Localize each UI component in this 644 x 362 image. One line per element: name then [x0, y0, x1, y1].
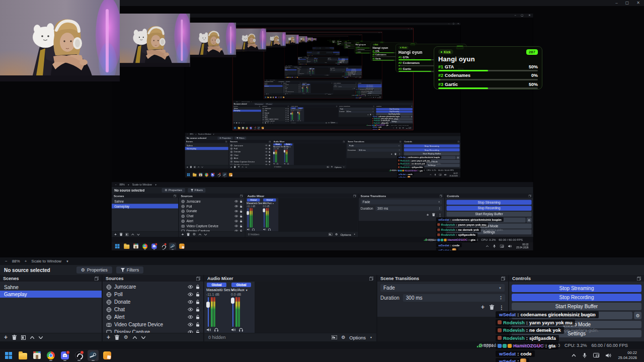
chat-text: sjdfgasdkfa [529, 335, 556, 341]
signal-bars-icon [389, 169, 391, 171]
speaker-icon[interactable] [207, 328, 211, 332]
remove-scene-button[interactable] [12, 335, 17, 340]
source-list-item[interactable]: Chat [103, 306, 203, 313]
zoom-in-button[interactable]: + [25, 259, 27, 263]
channel-name[interactable]: Mic/Aux [231, 288, 245, 292]
lock-icon [269, 157, 270, 159]
obs-taskbar-button[interactable] [73, 350, 85, 361]
visibility-eye-icon[interactable] [188, 323, 193, 326]
transition-select[interactable]: Fade▼ [380, 284, 505, 292]
add-transition-button[interactable]: + [481, 304, 485, 310]
store-icon [133, 244, 138, 248]
volume-knob[interactable] [231, 298, 234, 304]
duration-input[interactable]: 300 ms ▲▼ [403, 294, 505, 302]
scene-filters-button[interactable] [21, 335, 26, 340]
lock-icon[interactable] [196, 300, 200, 304]
scale-mode-select[interactable]: Scale to Window [31, 259, 61, 263]
mixer-options-button[interactable]: Options [349, 335, 366, 340]
speaker-icon[interactable] [231, 328, 235, 332]
platform-label: Kick [375, 44, 378, 45]
stop-streaming-button[interactable]: Stop Streaming [512, 285, 641, 292]
poll-progress-fill [438, 79, 440, 80]
channel-name[interactable]: Masaüstü Ses [206, 288, 230, 292]
chat-text: yarın yayın yok mu [458, 223, 486, 226]
browser-source-icon [230, 147, 233, 149]
chat-message: wSedat : [372, 129, 381, 130]
chat-overlay: wSedat : codenames giricekmisiniz bugün … [355, 89, 382, 98]
source-list-item[interactable]: Poll [103, 291, 203, 298]
scene-list-item[interactable]: Sahne [0, 284, 102, 291]
move-source-up-button[interactable] [133, 336, 137, 339]
visibility-eye-icon[interactable] [188, 300, 193, 304]
gear-icon[interactable]: ⚙ [341, 335, 345, 340]
lock-icon[interactable] [196, 322, 200, 327]
chat-username: Rodevish [400, 159, 410, 162]
visibility-eye-icon[interactable] [188, 315, 193, 319]
visibility-eye-icon[interactable] [188, 285, 193, 289]
start-button[interactable] [3, 350, 14, 361]
file-explorer-button[interactable] [17, 350, 28, 361]
source-list-item[interactable]: Donate [103, 298, 203, 306]
source-list-item[interactable]: Video Capture Device [103, 321, 203, 328]
popout-icon[interactable] [369, 277, 373, 281]
chevron-down-icon: ▼ [332, 94, 333, 94]
move-scene-down-button[interactable] [39, 336, 43, 339]
chrome-button[interactable] [45, 350, 56, 361]
headphones-icon[interactable] [239, 328, 243, 332]
discord-button[interactable] [59, 350, 70, 361]
microsoft-store-button[interactable] [31, 350, 42, 361]
steam-button[interactable] [88, 350, 99, 361]
advanced-audio-icon[interactable] [332, 335, 337, 339]
close-button[interactable]: ✕ [636, 1, 640, 5]
add-scene-button[interactable]: + [4, 334, 8, 340]
visibility-eye-icon [285, 115, 287, 116]
volume-meter [275, 150, 277, 162]
start-replay-buffer-button[interactable]: Start Replay Buffer [512, 303, 641, 310]
source-properties-button[interactable]: ⚙ [124, 335, 128, 340]
visibility-eye-icon[interactable] [188, 308, 193, 311]
lock-icon[interactable] [196, 315, 200, 319]
mixer-channel-mic-aux: Global Mic/Aux▼ 0.0 dB [306, 84, 310, 93]
minimize-button[interactable]: – [615, 1, 617, 5]
move-scene-up-button[interactable] [30, 336, 34, 339]
poll-option-percent: 0% [531, 73, 538, 78]
zoom-out-button[interactable]: − [5, 259, 8, 263]
add-source-button[interactable]: + [107, 334, 110, 340]
chat-badges [498, 344, 512, 348]
notes-app-button[interactable] [102, 350, 113, 361]
audio-mixer-panel: Audio Mixer Global Masaüstü Ses▼ -11.1 d… [272, 140, 346, 169]
volume-knob[interactable] [206, 302, 210, 308]
lock-icon[interactable] [196, 307, 200, 312]
popout-icon[interactable] [196, 277, 200, 281]
popout-icon[interactable] [501, 277, 505, 281]
chat-badges [372, 123, 373, 124]
move-source-down-button[interactable] [141, 336, 145, 339]
properties-button[interactable]: ⚙ Properties [76, 266, 112, 274]
volume-meter [314, 59, 315, 62]
source-list-item[interactable]: Alert [103, 313, 203, 321]
add-source-button: + [230, 165, 232, 168]
filters-button[interactable]: Filters [116, 266, 144, 274]
volume-slider[interactable] [231, 297, 234, 327]
lock-icon[interactable] [196, 285, 200, 289]
chevron-down-icon: ▼ [155, 184, 157, 186]
scene-list-item[interactable]: Gameplay [0, 291, 102, 298]
remove-transition-button[interactable] [490, 305, 494, 310]
file-explorer-button [192, 172, 197, 177]
scene-transitions-panel: Scene Transitions Fade▼ Duration 300 ms … [339, 106, 375, 124]
visibility-eye-icon[interactable] [188, 293, 193, 296]
popout-icon[interactable] [637, 277, 641, 281]
maximize-button[interactable]: ▢ [625, 1, 629, 5]
gear-icon: ⚙ [81, 267, 85, 273]
volume-slider[interactable] [206, 297, 210, 327]
remove-source-button[interactable] [115, 335, 119, 340]
lock-icon[interactable] [196, 292, 200, 297]
source-list-item[interactable]: Jumscare [103, 283, 203, 291]
chat-badges [372, 125, 376, 126]
visibility-eye-icon [234, 210, 238, 213]
transition-props-button[interactable]: ⋮ [499, 305, 504, 310]
popout-icon[interactable] [95, 277, 99, 281]
headphones-icon[interactable] [214, 328, 218, 332]
stop-recording-button[interactable]: Stop Recording [512, 294, 641, 301]
chat-text: code [378, 127, 381, 128]
